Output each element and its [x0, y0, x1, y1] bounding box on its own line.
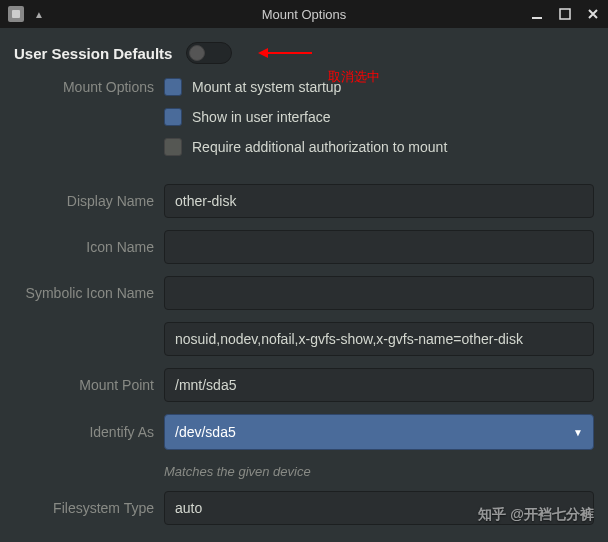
filesystem-type-input[interactable] [164, 491, 594, 525]
mount-options-string-input[interactable] [164, 322, 594, 356]
mount-at-startup-checkbox[interactable] [164, 78, 182, 96]
svg-rect-2 [560, 9, 570, 19]
svg-rect-1 [532, 17, 542, 19]
window-title: Mount Options [262, 7, 347, 22]
identify-as-select[interactable]: /dev/sda5 ▼ [164, 414, 594, 450]
display-name-label: Display Name [14, 193, 154, 209]
display-name-input[interactable] [164, 184, 594, 218]
mount-point-label: Mount Point [14, 377, 154, 393]
svg-rect-0 [12, 10, 20, 18]
show-in-ui-checkbox[interactable] [164, 108, 182, 126]
mount-at-startup-label: Mount at system startup [192, 79, 341, 95]
maximize-button[interactable] [558, 7, 572, 21]
symbolic-icon-name-input[interactable] [164, 276, 594, 310]
symbolic-icon-name-label: Symbolic Icon Name [14, 285, 154, 301]
chevron-down-icon: ▼ [573, 427, 583, 438]
annotation-arrow [258, 48, 312, 58]
app-icon [8, 6, 24, 22]
identify-as-value: /dev/sda5 [175, 424, 236, 440]
identify-as-helper: Matches the given device [164, 462, 594, 479]
user-session-defaults-toggle[interactable] [186, 42, 232, 64]
minimize-button[interactable] [530, 7, 544, 21]
annotation-text: 取消选中 [328, 68, 380, 86]
mount-point-input[interactable] [164, 368, 594, 402]
filesystem-type-label: Filesystem Type [14, 500, 154, 516]
show-in-ui-label: Show in user interface [192, 109, 331, 125]
icon-name-input[interactable] [164, 230, 594, 264]
require-auth-checkbox[interactable] [164, 138, 182, 156]
mount-options-label: Mount Options [14, 79, 154, 95]
up-icon[interactable]: ▲ [34, 9, 44, 20]
require-auth-label: Require additional authorization to moun… [192, 139, 447, 155]
icon-name-label: Icon Name [14, 239, 154, 255]
user-session-defaults-label: User Session Defaults [14, 45, 172, 62]
identify-as-label: Identify As [14, 424, 154, 440]
close-button[interactable] [586, 7, 600, 21]
